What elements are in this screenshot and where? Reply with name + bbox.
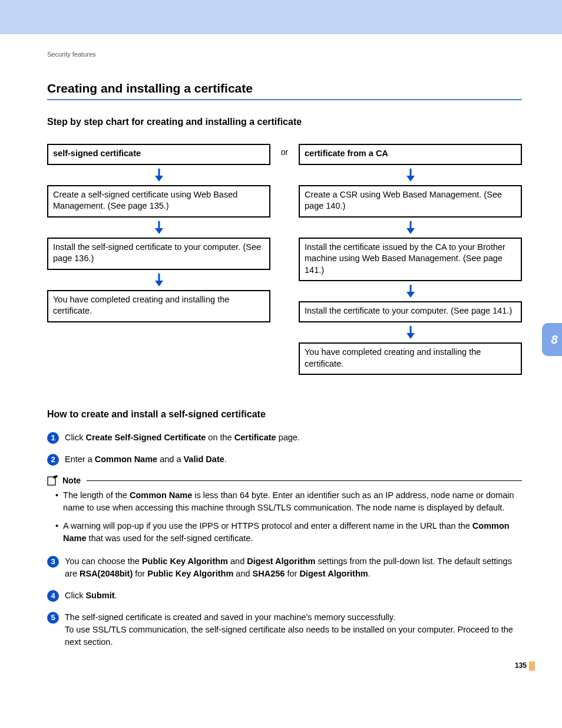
step-text: The self-signed certificate is created a… — [65, 611, 522, 648]
svg-marker-5 — [155, 281, 163, 286]
bullet-icon: • — [55, 489, 58, 514]
arrow-down-icon — [154, 221, 164, 235]
step-4: 4 Click Submit. — [47, 589, 522, 602]
step-2: 2 Enter a Common Name and a Valid Date. — [47, 453, 522, 466]
step-3: 3 You can choose the Public Key Algorith… — [47, 555, 522, 580]
top-banner — [0, 0, 562, 34]
section-title: Creating and installing a certificate — [47, 81, 522, 100]
page-content: Security features Creating and installin… — [0, 34, 562, 681]
flow-left-step: Install the self-signed certificate to y… — [47, 238, 270, 270]
note-label: Note — [62, 476, 81, 485]
svg-marker-13 — [406, 333, 415, 339]
arrow-down-icon — [405, 326, 416, 340]
step-number-icon: 2 — [47, 454, 59, 466]
howto-title: How to create and install a self-signed … — [47, 409, 522, 420]
step-text: Enter a Common Name and a Valid Date. — [65, 453, 522, 466]
step-number-icon: 3 — [47, 556, 59, 568]
page-number-accent — [529, 661, 535, 671]
or-label: or — [277, 144, 292, 157]
svg-marker-9 — [406, 228, 415, 234]
svg-marker-7 — [406, 176, 415, 182]
chapter-tab: 8 — [542, 323, 562, 356]
chart-title: Step by step chart for creating and inst… — [47, 117, 522, 127]
svg-marker-11 — [406, 292, 415, 298]
flow-right-step: Install the certificate issued by the CA… — [299, 238, 522, 282]
running-header: Security features — [47, 51, 522, 58]
arrow-down-icon — [405, 221, 416, 235]
flow-right-header: certificate from a CA — [299, 144, 522, 165]
arrow-down-icon — [154, 169, 164, 183]
flow-right-step: Create a CSR using Web Based Management.… — [299, 185, 522, 218]
flow-left-column: self-signed certificate Create a self-si… — [47, 144, 270, 322]
flow-left-header: self-signed certificate — [47, 144, 270, 165]
arrow-down-icon — [154, 274, 164, 288]
flowchart: self-signed certificate Create a self-si… — [47, 144, 522, 375]
note-rule — [87, 480, 522, 481]
step-5: 5 The self-signed certificate is created… — [47, 611, 522, 648]
svg-marker-1 — [155, 176, 163, 182]
step-text: Click Create Self-Signed Certificate on … — [65, 431, 522, 444]
step-number-icon: 1 — [47, 432, 59, 444]
flow-left-step: Create a self-signed certificate using W… — [47, 185, 270, 218]
svg-marker-3 — [155, 228, 163, 234]
note-icon — [47, 475, 59, 486]
step-text: You can choose the Public Key Algorithm … — [65, 555, 522, 580]
bullet-icon: • — [55, 520, 58, 545]
arrow-down-icon — [405, 285, 416, 299]
step-number-icon: 4 — [47, 590, 59, 602]
flow-right-step: You have completed creating and installi… — [299, 342, 522, 375]
flow-right-column: certificate from a CA Create a CSR using… — [299, 144, 522, 375]
step-text: Click Submit. — [65, 589, 522, 602]
flow-left-step: You have completed creating and installi… — [47, 290, 270, 322]
note-item: • A warning will pop-up if you use the I… — [47, 520, 522, 545]
step-number-icon: 5 — [47, 612, 59, 624]
page-number: 135 — [515, 661, 527, 670]
flow-right-step: Install the certificate to your computer… — [299, 301, 522, 322]
arrow-down-icon — [405, 169, 416, 183]
note-item: • The length of the Common Name is less … — [47, 489, 522, 514]
step-1: 1 Click Create Self-Signed Certificate o… — [47, 431, 522, 444]
note-block: Note • The length of the Common Name is … — [47, 475, 522, 545]
